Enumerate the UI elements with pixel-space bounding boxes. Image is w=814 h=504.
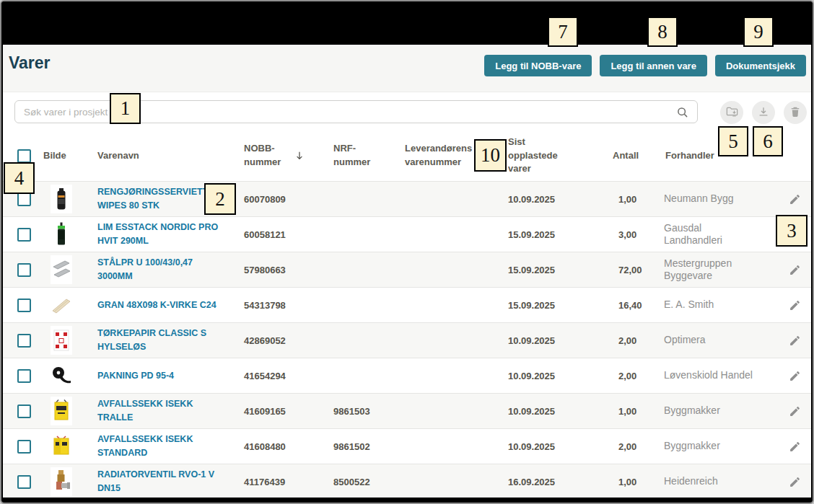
select-all-checkbox[interactable] (17, 149, 31, 163)
product-name-link[interactable]: GRAN 48X098 K-VIRKE C24 (97, 299, 228, 312)
folder-download-button[interactable] (720, 101, 743, 124)
edit-row-icon[interactable] (789, 370, 801, 382)
quantity: 2,00 (611, 371, 642, 381)
nobb-number: 41609165 (237, 406, 326, 417)
quantity: 2,00 (611, 441, 642, 452)
row-checkbox[interactable] (17, 263, 31, 277)
column-header-nobb-nummer[interactable]: NOBB-nummer (237, 142, 326, 169)
folder-download-icon (725, 105, 739, 120)
table-body: RENGJØRINGSSERVIETTER WIPES 80 STK 60070… (3, 181, 811, 498)
row-checkbox[interactable] (17, 369, 31, 383)
row-checkbox[interactable] (17, 440, 31, 454)
quantity: 3,00 (611, 229, 642, 240)
quantity: 72,00 (611, 265, 642, 275)
add-nobb-item-button[interactable]: Legg til NOBB-vare (484, 55, 592, 76)
dealer: Optimera (658, 334, 779, 347)
nrf-number: 8500522 (326, 477, 405, 487)
last-uploaded-date: 10.09.2025 (501, 335, 611, 346)
last-uploaded-date: 15.09.2025 (501, 265, 611, 275)
edit-row-icon[interactable] (789, 476, 801, 488)
last-uploaded-date: 16.09.2025 (501, 477, 611, 487)
product-image (51, 467, 72, 496)
annotation-marker-10: 10 (474, 139, 507, 172)
row-checkbox[interactable] (17, 228, 31, 242)
column-header-antall[interactable]: Antall (611, 149, 642, 163)
quantity: 16,40 (611, 300, 642, 311)
product-image (51, 185, 72, 213)
product-image (51, 326, 72, 355)
nobb-number: 42869052 (237, 335, 326, 346)
quantity: 1,00 (611, 406, 642, 417)
annotation-marker-5: 5 (718, 126, 748, 156)
last-uploaded-date: 10.09.2025 (501, 371, 611, 381)
last-uploaded-date: 10.09.2025 (501, 194, 611, 205)
edit-row-icon[interactable] (789, 441, 801, 453)
annotation-marker-4: 4 (4, 162, 35, 194)
dealer: Mestergruppen Byggevare (658, 257, 779, 283)
last-uploaded-date: 10.09.2025 (501, 441, 611, 452)
dealer: Byggmakker (658, 440, 779, 453)
table-row: RADIATORVENTIL RVO-1 V DN15 41176439 850… (3, 464, 811, 498)
dealer: Byggmakker (658, 404, 779, 417)
annotation-marker-1: 1 (110, 93, 141, 124)
nobb-number: 54313798 (237, 300, 326, 311)
row-checkbox[interactable] (17, 334, 31, 348)
product-name-link[interactable]: AVFALLSSEKK ISEKK STANDARD (97, 433, 228, 460)
dealer: Gausdal Landhandleri (658, 222, 779, 247)
search-icon (676, 106, 688, 118)
top-black-bar (1, 1, 813, 45)
table-row: STÅLPR U 100/43/0,47 3000MM 57980663 15.… (3, 252, 811, 287)
trash-icon (789, 105, 802, 120)
product-image (51, 291, 72, 319)
nobb-number: 41608480 (237, 441, 326, 452)
product-name-link[interactable]: PAKNING PD 95-4 (97, 369, 228, 383)
action-buttons: Legg til NOBB-vare Legg til annen vare D… (484, 55, 806, 76)
column-header-sist-opplastede-varer[interactable]: Sist opplastede varer (501, 136, 611, 177)
product-name-link[interactable]: AVFALLSSEKK ISEKK TRALLE (97, 397, 228, 425)
edit-row-icon[interactable] (789, 405, 801, 417)
product-name-link[interactable]: TØRKEPAPIR CLASSIC S HYLSELØS (97, 327, 228, 354)
add-other-item-button[interactable]: Legg til annen vare (600, 55, 706, 76)
table-row: PAKNING PD 95-4 41654294 10.09.2025 2,00… (3, 358, 811, 393)
items-card: Bilde Varenavn NOBB-nummer NRF-nummer Le… (3, 92, 811, 498)
delete-button[interactable] (784, 101, 807, 124)
sort-descending-icon (294, 151, 305, 161)
edit-row-icon[interactable] (789, 335, 801, 347)
row-checkbox[interactable] (17, 299, 31, 312)
dealer: Løvenskiold Handel (658, 369, 779, 382)
last-uploaded-date: 15.09.2025 (501, 300, 611, 311)
nobb-number: 60070809 (237, 194, 326, 205)
row-checkbox[interactable] (17, 475, 31, 489)
row-checkbox[interactable] (17, 193, 31, 206)
product-name-link[interactable]: LIM ESSTACK NORDIC PRO HVIT 290ML (97, 221, 228, 248)
edit-row-icon[interactable] (789, 193, 801, 205)
table-toolbar-icons (720, 101, 807, 124)
last-uploaded-date: 10.09.2025 (501, 406, 611, 417)
product-name-link[interactable]: STÅLPR U 100/43/0,47 3000MM (97, 256, 228, 283)
dealer: Heidenreich (658, 475, 779, 488)
edit-row-icon[interactable] (789, 264, 801, 276)
document-check-button[interactable]: Dokumentsjekk (715, 55, 806, 76)
annotation-marker-7: 7 (548, 17, 578, 47)
quantity: 1,00 (611, 477, 642, 487)
row-checkbox[interactable] (17, 404, 31, 418)
app-window: Varer Legg til NOBB-vare Legg til annen … (0, 0, 814, 504)
nobb-number: 60058121 (237, 229, 326, 240)
page-title: Varer (9, 53, 51, 73)
annotation-marker-2: 2 (204, 183, 236, 215)
edit-row-icon[interactable] (789, 299, 801, 311)
nobb-number: 57980663 (237, 265, 326, 275)
download-icon (757, 105, 770, 120)
table-row: LIM ESSTACK NORDIC PRO HVIT 290ML 600581… (3, 216, 811, 252)
column-header-varenavn[interactable]: Varenavn (90, 149, 237, 163)
column-header-nrf-nummer[interactable]: NRF-nummer (326, 142, 405, 169)
annotation-marker-3: 3 (776, 215, 808, 247)
product-name-link[interactable]: RADIATORVENTIL RVO-1 V DN15 (97, 468, 228, 495)
table-row: TØRKEPAPIR CLASSIC S HYLSELØS 42869052 1… (3, 322, 811, 358)
nobb-number: 41654294 (237, 371, 326, 381)
download-button[interactable] (752, 101, 775, 124)
nrf-number: 9861502 (326, 441, 405, 452)
table-row: AVFALLSSEKK ISEKK STANDARD 41608480 9861… (3, 428, 811, 464)
column-header-bilde: Bilde (43, 149, 90, 163)
annotation-marker-9: 9 (743, 17, 774, 47)
